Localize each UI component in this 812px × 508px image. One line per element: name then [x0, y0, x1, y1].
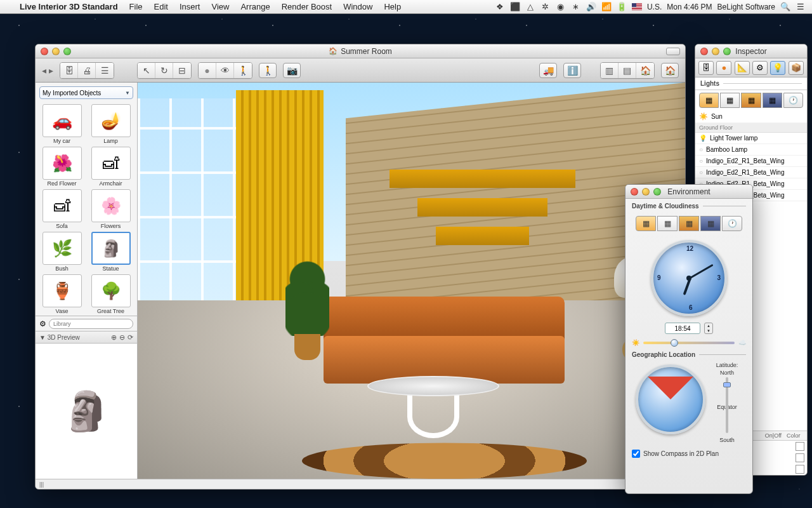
menu-arrange[interactable]: Arrange	[235, 2, 275, 11]
light-item[interactable]: Light Tower lamp	[695, 133, 807, 144]
snapshot-button[interactable]	[283, 63, 301, 78]
preview-pane[interactable]: 🗿	[36, 344, 137, 479]
time-input[interactable]	[665, 323, 700, 334]
viewsplit-button[interactable]	[636, 63, 654, 78]
object-lamp[interactable]: 🪔Lamp	[88, 104, 133, 144]
wifi-icon[interactable]: 📶	[601, 2, 612, 12]
battery-icon[interactable]: 🔋	[617, 2, 627, 12]
close-button[interactable]	[700, 48, 708, 55]
mode-custom[interactable]: 🕐	[783, 93, 803, 108]
tab-lights[interactable]	[770, 61, 785, 75]
object-armchair[interactable]: 🛋Armchair	[88, 147, 133, 187]
app-menu[interactable]: Live Interior 3D Standard	[14, 2, 124, 11]
minimize-button[interactable]	[712, 48, 719, 55]
close-button[interactable]	[41, 48, 48, 55]
menu-file[interactable]: File	[124, 2, 148, 11]
object-great-tree[interactable]: 🌳Great Tree	[88, 274, 133, 314]
toolbar-toggle[interactable]	[666, 48, 680, 55]
render-high[interactable]	[234, 63, 252, 78]
mode-night[interactable]: ▦	[763, 93, 782, 108]
info-button[interactable]	[563, 63, 581, 78]
object-red-flower[interactable]: 🌺Red Flower	[39, 147, 84, 187]
environment-titlebar[interactable]: Environment	[625, 185, 752, 199]
object-flowers[interactable]: 🌸Flowers	[88, 189, 133, 229]
color-swatch[interactable]	[796, 465, 804, 474]
zoom-button[interactable]	[63, 48, 71, 55]
light-item[interactable]: Indigo_Ed2_R1_Beta_Wing	[695, 167, 807, 178]
3d-viewport[interactable]	[138, 83, 685, 479]
input-flag-icon[interactable]	[632, 3, 642, 10]
tab-measure[interactable]	[735, 61, 750, 75]
mode-dawn[interactable]: ▦	[699, 93, 719, 108]
category-select[interactable]: My Imported Objects ▼	[39, 86, 133, 99]
print-button[interactable]	[78, 63, 96, 78]
mode-day[interactable]: ▦	[720, 93, 740, 108]
notification-icon[interactable]: ☰	[796, 2, 806, 12]
nav-back-forward[interactable]: ◂▸	[42, 65, 53, 76]
home-button[interactable]	[661, 63, 679, 78]
library-button[interactable]	[60, 63, 78, 78]
tab-material[interactable]	[716, 61, 731, 75]
tab-building[interactable]	[789, 61, 804, 75]
render-low[interactable]	[199, 63, 216, 78]
mode-dusk[interactable]: ▦	[741, 93, 761, 108]
bluetooth-icon[interactable]: ∗	[571, 2, 581, 12]
library-search-input[interactable]	[49, 319, 133, 329]
latitude-slider[interactable]	[726, 377, 728, 433]
mode-dusk[interactable]: ▦	[679, 216, 699, 231]
object-sofa[interactable]: 🛋Sofa	[39, 189, 84, 229]
mode-custom[interactable]: 🕐	[722, 216, 742, 231]
color-swatch[interactable]	[796, 453, 804, 462]
zoom-button[interactable]	[653, 188, 661, 196]
view2d-button[interactable]	[601, 63, 619, 78]
input-locale[interactable]: U.S.	[647, 3, 662, 11]
inspector-titlebar[interactable]: Inspector	[695, 44, 807, 58]
zoom-in-icon[interactable]: ⊕	[111, 333, 117, 342]
menu-help[interactable]: Help	[378, 2, 407, 11]
drive-icon[interactable]: △	[525, 2, 535, 12]
zoom-reset-icon[interactable]: ⟳	[128, 333, 133, 342]
show-compass-checkbox[interactable]	[632, 450, 640, 458]
compass[interactable]	[636, 364, 705, 434]
zoom-button[interactable]	[723, 48, 731, 55]
object-vase[interactable]: 🏺Vase	[39, 274, 84, 314]
view3d-button[interactable]	[619, 63, 636, 78]
menubar-clock[interactable]: Mon 4:46 PM	[667, 3, 712, 11]
time-clock[interactable]: 12 3 6 9	[651, 240, 727, 316]
mode-dawn[interactable]: ▦	[636, 216, 656, 231]
time-stepper[interactable]: ▲▼	[704, 323, 713, 334]
color-swatch[interactable]	[796, 442, 804, 451]
cloudiness-slider[interactable]	[643, 342, 735, 344]
split-tool[interactable]	[173, 63, 191, 78]
menu-insert[interactable]: Insert	[174, 2, 206, 11]
document-titlebar[interactable]: 🏠Summer Room	[36, 44, 685, 58]
light-item[interactable]: Indigo_Ed2_R1_Beta_Wing	[695, 156, 807, 167]
tab-settings[interactable]	[752, 61, 768, 75]
zoom-out-icon[interactable]: ⊖	[119, 333, 125, 342]
rotate-tool[interactable]	[155, 63, 173, 78]
light-item[interactable]: Sun	[695, 110, 807, 123]
walk-button[interactable]	[259, 63, 277, 78]
object-statue[interactable]: 🗿Statue	[88, 232, 133, 272]
render-med[interactable]	[216, 63, 234, 78]
sync-icon[interactable]: ✲	[540, 2, 551, 12]
mode-night[interactable]: ▦	[700, 216, 721, 231]
menu-render[interactable]: Render Boost	[276, 2, 338, 11]
select-tool[interactable]	[138, 63, 155, 78]
tab-object[interactable]	[698, 61, 714, 75]
volume-icon[interactable]: 🔊	[586, 2, 596, 12]
disk-icon[interactable]: ◉	[556, 2, 566, 12]
menu-window[interactable]: Window	[337, 2, 378, 11]
object-bush[interactable]: 🌿Bush	[39, 232, 84, 272]
adobe-icon[interactable]: ⬛	[510, 2, 520, 12]
menubar-appname[interactable]: BeLight Software	[717, 3, 775, 11]
spotlight-icon[interactable]: 🔍	[780, 2, 790, 12]
menu-edit[interactable]: Edit	[148, 2, 174, 11]
minimize-button[interactable]	[52, 48, 60, 55]
menu-view[interactable]: View	[206, 2, 235, 11]
menuextra-icon[interactable]: ❖	[495, 2, 505, 12]
export-button[interactable]	[539, 63, 557, 78]
minimize-button[interactable]	[642, 188, 650, 196]
light-item[interactable]: Bamboo Lamp	[695, 144, 807, 156]
object-my-car[interactable]: 🚗My car	[39, 104, 84, 144]
